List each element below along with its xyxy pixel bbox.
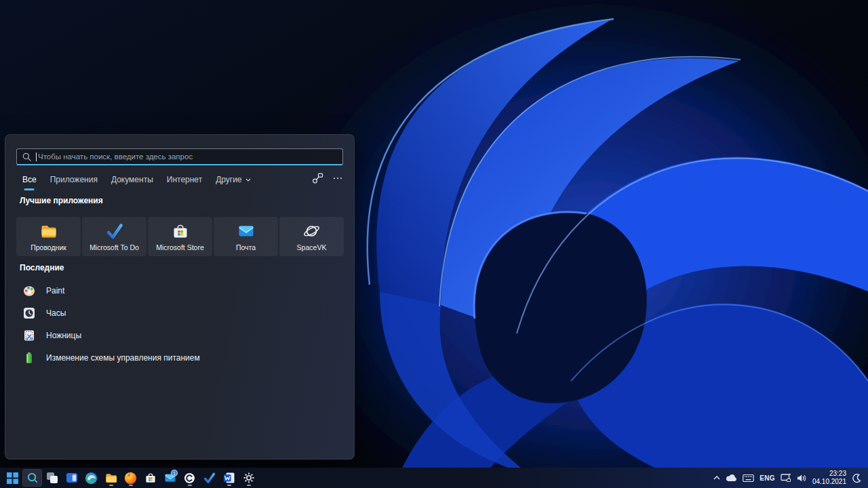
taskbar: 1 — [0, 468, 868, 488]
tray-date: 04.10.2021 — [812, 478, 846, 486]
store-bag-icon — [172, 222, 189, 240]
language-indicator[interactable]: ENG — [760, 474, 775, 482]
start-button[interactable] — [3, 469, 22, 487]
recent-item-snipping[interactable]: Ножницы — [16, 324, 344, 346]
tab-more-label: Другие — [216, 175, 241, 184]
tile-label: SpaceVK — [297, 243, 327, 251]
battery-icon — [23, 352, 35, 364]
mail-unread-badge: 1 — [171, 470, 178, 476]
mail-envelope-icon — [237, 222, 255, 240]
clock[interactable]: 23:23 04.10.2021 — [812, 470, 846, 486]
tab-documents[interactable]: Документы — [111, 175, 153, 184]
recent-item-label: Изменение схемы управления питанием — [46, 353, 200, 363]
touch-keyboard-icon[interactable] — [743, 474, 754, 483]
widgets-icon — [66, 472, 78, 484]
search-icon — [26, 472, 39, 484]
tile-explorer[interactable]: Проводник — [16, 217, 81, 256]
c-app-button[interactable] — [180, 469, 199, 487]
folder-icon — [40, 222, 58, 240]
snipping-tool-icon — [23, 329, 35, 342]
recent-header: Последние — [20, 263, 64, 272]
search-panel-actions — [312, 173, 342, 184]
tile-label: Microsoft Store — [156, 243, 204, 251]
chevron-up-icon[interactable] — [713, 476, 720, 480]
file-explorer-button[interactable] — [101, 469, 121, 487]
ellipsis-icon[interactable] — [334, 178, 342, 180]
recent-item-paint[interactable]: Paint — [16, 279, 344, 302]
clock-icon — [23, 307, 35, 319]
word-button[interactable] — [219, 469, 239, 487]
word-icon — [223, 472, 235, 484]
desktop: Все Приложения Документы Интернет Другие… — [0, 0, 868, 488]
recent-item-label: Часы — [46, 308, 66, 318]
todo-check-icon — [106, 222, 123, 240]
file-explorer-icon — [105, 472, 117, 484]
settings-button[interactable] — [239, 469, 258, 487]
tab-apps[interactable]: Приложения — [50, 175, 98, 184]
search-taskbar-button[interactable] — [22, 469, 42, 487]
tile-label: Microsoft To Do — [90, 243, 139, 251]
search-icon — [22, 152, 31, 161]
planet-ring-icon — [302, 222, 321, 240]
todo-button[interactable] — [199, 469, 219, 487]
task-view-button[interactable] — [42, 469, 62, 487]
recent-item-clock[interactable]: Часы — [16, 302, 344, 324]
taskbar-app-buttons: 1 — [3, 468, 258, 488]
tray-time: 23:23 — [812, 470, 846, 478]
widgets-button[interactable] — [62, 469, 81, 487]
recent-list: Paint Часы Ножницы — [16, 279, 344, 369]
top-apps-row: Проводник Microsoft To Do — [16, 217, 344, 256]
recent-item-power-scheme[interactable]: Изменение схемы управления питанием — [16, 346, 344, 369]
night-mode-moon-icon[interactable] — [852, 473, 862, 483]
store-button[interactable] — [140, 469, 160, 487]
tab-more[interactable]: Другие — [216, 175, 250, 184]
recent-item-label: Paint — [46, 286, 64, 296]
tile-label: Проводник — [31, 243, 66, 251]
top-apps-header: Лучшие приложения — [20, 196, 103, 205]
onedrive-cloud-icon[interactable] — [726, 474, 737, 482]
tile-todo[interactable]: Microsoft To Do — [82, 217, 146, 256]
mail-button[interactable]: 1 — [160, 469, 180, 487]
volume-icon[interactable] — [797, 474, 807, 483]
tile-store[interactable]: Microsoft Store — [148, 217, 212, 256]
paint-palette-icon — [23, 285, 35, 297]
edge-icon — [85, 472, 98, 485]
tile-spacevk[interactable]: SpaceVK — [279, 217, 344, 256]
search-box[interactable] — [16, 148, 343, 165]
gear-icon — [243, 472, 255, 484]
edge-button[interactable] — [81, 469, 101, 487]
tab-all[interactable]: Все — [22, 175, 37, 184]
tile-mail[interactable]: Почта — [214, 217, 278, 256]
start-icon — [7, 472, 18, 484]
todo-check-icon — [203, 472, 216, 484]
recent-item-label: Ножницы — [46, 331, 81, 340]
system-tray: ENG 23:23 04.10.2021 — [713, 470, 865, 486]
account-options-icon[interactable] — [312, 173, 323, 184]
c-logo-icon — [184, 472, 195, 484]
store-bag-icon — [144, 472, 157, 484]
firefox-icon — [124, 472, 137, 485]
search-input[interactable] — [38, 152, 337, 161]
search-flyout: Все Приложения Документы Интернет Другие… — [5, 134, 355, 460]
chevron-down-icon — [245, 178, 251, 182]
search-filter-tabs: Все Приложения Документы Интернет Другие — [22, 175, 251, 184]
firefox-button[interactable] — [121, 469, 140, 487]
tab-web[interactable]: Интернет — [167, 175, 202, 184]
tile-label: Почта — [236, 243, 256, 251]
network-icon[interactable] — [781, 473, 791, 483]
text-caret — [36, 152, 37, 161]
task-view-icon — [46, 472, 58, 484]
